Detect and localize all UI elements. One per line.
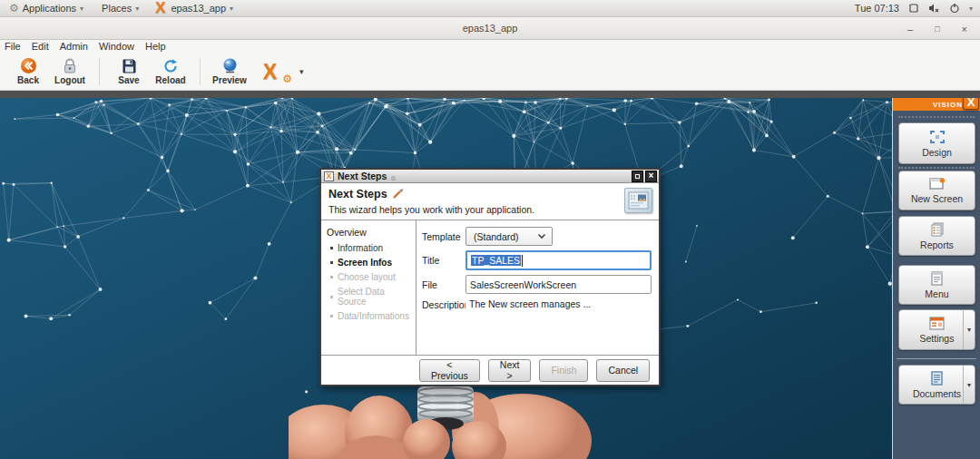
dialog-maximize-button[interactable] <box>632 171 643 182</box>
description-label: Description <box>422 298 466 310</box>
preview-label: Preview <box>212 75 247 85</box>
bullet-icon <box>330 247 333 249</box>
template-select[interactable]: (Standard) <box>466 227 553 246</box>
dialog-x-icon: X <box>324 171 334 181</box>
dotted-divider <box>898 116 975 118</box>
dialog-heading: Next Steps <box>328 188 387 200</box>
settings-icon <box>929 317 945 330</box>
description-textarea[interactable]: The New screen manages ... <box>466 298 652 353</box>
window-title-bar[interactable]: epas13_app – □ × <box>0 17 980 40</box>
places-menu[interactable]: Places ▾ <box>93 0 148 16</box>
dotted-divider <box>898 167 975 169</box>
display-icon[interactable] <box>908 3 919 14</box>
wizard-step-select-data-source[interactable]: Select Data Source <box>330 287 416 307</box>
logout-label: Logout <box>54 75 85 85</box>
active-app-menu[interactable]: X epas13_app ▾ <box>148 0 242 16</box>
file-input[interactable]: SalesScreenWorkScreen <box>466 275 652 294</box>
save-label: Save <box>118 75 139 85</box>
chevron-down-icon <box>537 233 546 239</box>
new-screen-button[interactable]: New Screen <box>898 171 975 210</box>
window-minimize-button[interactable]: – <box>907 24 913 34</box>
back-label: Back <box>17 75 39 85</box>
cancel-button[interactable]: Cancel <box>596 359 650 382</box>
gear-icon: ⚙ <box>282 73 292 85</box>
preview-icon <box>221 57 239 74</box>
menu-edit[interactable]: Edit <box>26 41 54 52</box>
design-icon <box>929 130 946 144</box>
hand-lightbulb-image <box>289 386 601 459</box>
clock[interactable]: Tue 07:13 <box>855 3 899 14</box>
finish-button[interactable]: Finish <box>539 359 588 382</box>
chevron-down-icon[interactable]: ▾ <box>969 5 973 13</box>
documents-button[interactable]: Documents ▾ <box>898 365 975 405</box>
wizard-button-row: < Previous Next > Finish Cancel <box>321 355 659 385</box>
distro-logo-icon: ⚙ <box>9 3 19 14</box>
logout-lock-icon <box>62 57 78 74</box>
menu-window[interactable]: Window <box>93 41 140 52</box>
menu-admin[interactable]: Admin <box>54 41 93 52</box>
menu-file[interactable]: File <box>0 41 26 52</box>
next-button[interactable]: Next > <box>488 359 532 382</box>
settings-dropdown-arrow[interactable]: ▾ <box>963 310 975 349</box>
bullet-icon <box>330 276 333 278</box>
applications-menu[interactable]: ⚙ Applications ▾ <box>0 0 93 16</box>
places-menu-label: Places <box>102 3 132 14</box>
bullet-icon <box>330 315 333 317</box>
bullet-icon <box>330 296 333 298</box>
applications-menu-label: Applications <box>23 3 76 14</box>
reports-icon <box>930 222 945 237</box>
previous-button[interactable]: < Previous <box>419 359 480 382</box>
menu-button[interactable]: Menu <box>898 265 975 305</box>
vision-x-badge[interactable]: X <box>963 98 979 110</box>
save-icon <box>122 58 137 74</box>
volume-muted-icon[interactable] <box>928 3 940 14</box>
documents-icon <box>930 371 944 386</box>
vision-sidebar: VISION X Design <box>892 98 980 459</box>
dialog-title: Next Steps <box>338 171 387 181</box>
menu-help[interactable]: Help <box>140 41 172 52</box>
chevron-down-icon: ▾ <box>230 5 233 13</box>
design-button[interactable]: Design <box>898 122 975 164</box>
epas-x-logo-icon: X <box>263 58 277 85</box>
vision-brand-label: VISION <box>933 101 963 109</box>
wizard-step-screen-infos[interactable]: Screen Infos <box>330 258 416 268</box>
window-content-divider <box>0 91 980 98</box>
app-menu-bar: File Edit Admin Window Help <box>0 40 980 53</box>
window-maximize-button[interactable]: □ <box>935 24 939 34</box>
maximize-icon <box>635 174 640 179</box>
bullet-icon <box>330 261 333 264</box>
selected-text: TP_SALES <box>471 255 521 266</box>
file-label: File <box>422 279 466 290</box>
wizard-illustration-icon <box>624 188 652 213</box>
close-icon: × <box>649 171 654 181</box>
preview-button[interactable]: Preview <box>209 54 250 90</box>
dialog-close-button[interactable]: × <box>645 171 657 182</box>
next-steps-dialog: X Next Steps ⚙ × Next Steps This wizard … <box>319 168 661 386</box>
active-app-label: epas13_app <box>172 3 227 14</box>
settings-button[interactable]: Settings ▾ <box>898 309 975 350</box>
back-button[interactable]: Back <box>7 54 49 90</box>
window-close-button[interactable]: × <box>962 24 967 34</box>
wizard-step-information[interactable]: Information <box>330 243 416 253</box>
logout-button[interactable]: Logout <box>49 54 91 90</box>
title-input[interactable]: TP_SALES <box>466 250 652 270</box>
wizard-step-header: Overview <box>327 227 416 238</box>
save-button[interactable]: Save <box>108 54 150 90</box>
dialog-title-bar[interactable]: X Next Steps ⚙ × <box>321 170 659 183</box>
documents-dropdown-arrow[interactable]: ▾ <box>963 366 975 404</box>
back-icon <box>20 57 37 74</box>
toolbar-more-dropdown[interactable]: ▾ <box>299 67 304 76</box>
divider <box>897 358 976 359</box>
reports-button[interactable]: Reports <box>898 216 975 256</box>
power-icon[interactable] <box>949 3 960 14</box>
wizard-step-choose-layout[interactable]: Choose layout <box>330 272 416 282</box>
wizard-step-data-informations[interactable]: Data/Informations <box>330 311 416 321</box>
reload-icon <box>162 58 179 74</box>
paintbrush-icon <box>392 189 405 200</box>
chevron-down-icon: ▾ <box>135 5 139 13</box>
epas-brand-button[interactable]: X ⚙ <box>260 58 290 85</box>
chevron-down-icon: ▾ <box>80 5 83 13</box>
app-content-area: X Next Steps ⚙ × Next Steps This wizard … <box>0 98 980 459</box>
template-label: Template <box>422 231 466 242</box>
reload-button[interactable]: Reload <box>150 54 191 90</box>
